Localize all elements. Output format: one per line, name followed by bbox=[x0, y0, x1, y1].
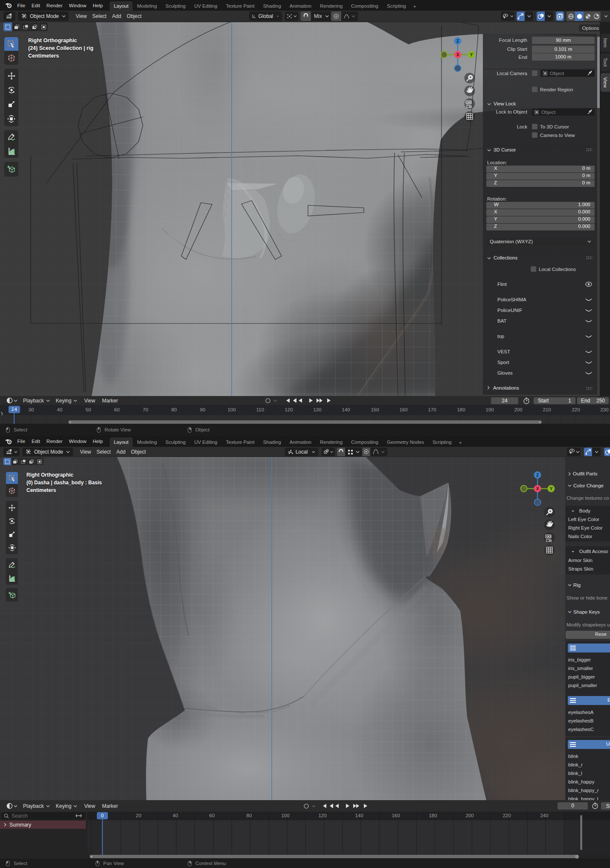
svg-text:Z: Z bbox=[456, 39, 459, 44]
svg-text:Y: Y bbox=[550, 486, 553, 491]
svg-text:X: X bbox=[456, 52, 459, 57]
svg-text:Z: Z bbox=[536, 473, 539, 478]
svg-text:Y: Y bbox=[470, 52, 473, 57]
svg-text:X: X bbox=[536, 486, 539, 491]
